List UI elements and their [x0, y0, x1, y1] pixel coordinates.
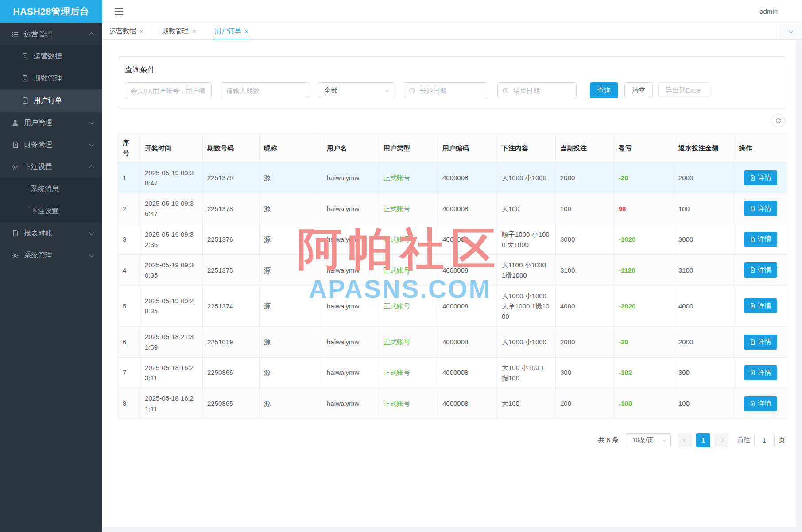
table-row: 12025-05-19 09:38:472251379源haiwaiymw正式账… — [118, 162, 787, 193]
sidebar-subitem[interactable]: 下注设置 — [0, 200, 102, 222]
list-icon — [11, 30, 19, 39]
cell-actions: 详情 — [734, 193, 787, 224]
cell-rebate-amount: 2000 — [674, 162, 734, 193]
cell-nickname: 源 — [260, 255, 322, 286]
chevron-down-icon — [89, 142, 94, 146]
chevron-down-icon — [385, 88, 390, 92]
detail-button[interactable]: 详情 — [744, 335, 777, 350]
prev-page-button[interactable] — [678, 433, 692, 447]
column-header: 期数号码 — [203, 134, 260, 163]
open-tabs: 运营数据×期数管理×用户订单× — [102, 23, 779, 39]
cell-period-number: 2251376 — [203, 224, 260, 255]
cell-bet-amount: 2000 — [556, 162, 614, 193]
search-button[interactable]: 查询 — [590, 82, 618, 98]
cell-profit-loss: -20 — [614, 162, 674, 193]
pagination-total: 共 8 条 — [598, 436, 619, 444]
tab-label: 用户订单 — [215, 27, 241, 35]
cell-period-number: 2251374 — [203, 285, 260, 327]
cell-username: haiwaiymw — [322, 327, 379, 358]
detail-button-label: 详情 — [758, 302, 771, 310]
cell-profit-loss: -20 — [614, 327, 674, 358]
user-icon — [11, 119, 19, 127]
detail-button[interactable]: 详情 — [744, 396, 777, 411]
cell-bet-amount: 100 — [556, 388, 614, 419]
tab-item[interactable]: 用户订单× — [213, 23, 250, 39]
doc-icon — [21, 52, 29, 61]
cell-profit-loss: -1020 — [614, 224, 674, 255]
sidebar-item[interactable]: 财务管理 — [0, 134, 102, 156]
tab-item[interactable]: 运营数据× — [108, 23, 145, 39]
detail-button[interactable]: 详情 — [744, 170, 777, 185]
sidebar-subitem[interactable]: 期数管理 — [0, 67, 102, 89]
tabbar: 运营数据×期数管理×用户订单× — [102, 23, 802, 40]
user-menu[interactable]: admin — [759, 8, 778, 15]
clock-icon — [409, 87, 415, 94]
cell-bet-content: 大100 — [497, 388, 556, 419]
cell-period-number: 2251379 — [203, 162, 260, 193]
tabs-dropdown-button[interactable] — [779, 23, 802, 39]
cell-rebate-amount: 100 — [674, 388, 734, 419]
page-size-select[interactable]: 10条/页 — [626, 433, 671, 447]
export-excel-button[interactable]: 导出到Excel — [658, 82, 709, 98]
sidebar-item[interactable]: 下注设置 — [0, 156, 102, 178]
column-header: 用户编码 — [438, 134, 497, 163]
clear-button[interactable]: 清空 — [624, 82, 653, 98]
cell-draw-time: 2025-05-19 09:30:35 — [140, 255, 203, 286]
close-icon[interactable]: × — [192, 28, 196, 35]
refresh-button[interactable] — [771, 114, 785, 127]
cell-actions: 详情 — [734, 224, 787, 255]
tab-item[interactable]: 期数管理× — [161, 23, 198, 39]
document-icon — [750, 303, 756, 309]
start-date-input[interactable] — [419, 86, 484, 95]
period-number-input[interactable] — [221, 82, 309, 98]
sidebar-item-label: 用户管理 — [24, 118, 90, 127]
sidebar-item[interactable]: 用户管理 — [0, 112, 102, 134]
current-page-button[interactable]: 1 — [696, 433, 710, 447]
member-search-input[interactable] — [125, 82, 212, 98]
close-icon[interactable]: × — [245, 28, 249, 35]
detail-button[interactable]: 详情 — [744, 262, 777, 278]
app-logo: HASH28管理后台 — [0, 0, 102, 23]
close-icon[interactable]: × — [139, 28, 143, 35]
end-date-input[interactable] — [512, 86, 572, 95]
cell-bet-content: 大100 小100 1撮100 — [497, 357, 556, 388]
sidebar-item[interactable]: 系统管理 — [0, 244, 102, 266]
column-header: 用户类型 — [379, 134, 438, 163]
detail-button[interactable]: 详情 — [744, 232, 777, 247]
detail-button[interactable]: 详情 — [744, 298, 777, 313]
cell-draw-time: 2025-05-18 16:21:11 — [140, 388, 203, 419]
sidebar-subitem[interactable]: 用户订单 — [0, 89, 102, 112]
sidebar-subitem[interactable]: 运营数据 — [0, 45, 102, 67]
cell-user-code: 4000008 — [438, 357, 497, 388]
sidebar-subitem[interactable]: 系统消息 — [0, 178, 102, 200]
user-type-select[interactable]: 全部 — [318, 82, 395, 98]
doc-icon — [11, 229, 19, 238]
sidebar-subitem-label: 下注设置 — [31, 207, 102, 216]
cell-draw-time: 2025-05-19 09:36:47 — [140, 193, 203, 224]
chevron-down-icon — [663, 437, 667, 442]
column-header: 返水投注金额 — [674, 134, 734, 163]
tab-label: 运营数据 — [109, 27, 136, 35]
cell-user-code: 4000008 — [438, 285, 497, 327]
goto-page-input[interactable] — [754, 434, 775, 447]
sidebar-subitem-label: 用户订单 — [34, 96, 102, 105]
sidebar-item-label: 运营管理 — [24, 30, 90, 39]
end-date-picker[interactable] — [497, 82, 577, 98]
cell-rebate-amount: 100 — [674, 193, 734, 224]
cell-bet-content: 大1100 小1000 1撮1000 — [497, 255, 556, 286]
detail-button-label: 详情 — [758, 399, 771, 408]
cell-username: haiwaiymw — [322, 255, 379, 286]
detail-button[interactable]: 详情 — [744, 201, 777, 216]
column-header: 当期投注 — [556, 134, 614, 163]
hamburger-menu-icon[interactable] — [115, 8, 123, 15]
cell-actions: 详情 — [734, 327, 787, 358]
cell-bet-amount: 100 — [556, 193, 614, 224]
next-page-button[interactable] — [714, 433, 728, 447]
start-date-picker[interactable] — [404, 82, 488, 98]
detail-button[interactable]: 详情 — [744, 365, 777, 380]
chevron-up-icon — [89, 165, 94, 170]
chevron-down-icon — [89, 252, 94, 257]
sidebar-item[interactable]: 报表对账 — [0, 222, 102, 244]
sidebar-item[interactable]: 运营管理 — [0, 23, 102, 45]
cell-bet-amount: 4000 — [556, 285, 614, 327]
